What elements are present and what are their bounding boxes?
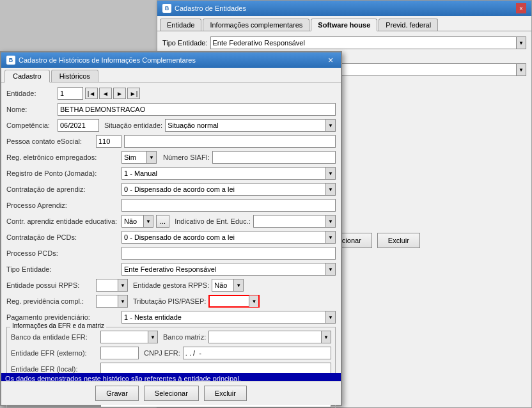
efr-ext-label: Entidade EFR (externo): — [11, 349, 100, 357]
contratacao-pcds-arrow[interactable]: ▼ — [325, 231, 335, 243]
contratacao-aprendiz-label: Contratação de aprendiz: — [6, 185, 121, 193]
contr-aprendiz-select[interactable]: Não ▼ — [121, 215, 153, 228]
banco-efr-select[interactable]: ▼ — [100, 331, 158, 343]
contr-aprendiz-dots-button[interactable]: ... — [156, 215, 169, 228]
reg-prev-row: Reg. previdência compl.: ▼ Tributação PI… — [6, 294, 336, 308]
pagamento-prev-select[interactable]: 1 - Nesta entidade ▼ — [121, 311, 336, 324]
bg-title-bar: B Cadastro de Entidades × — [157, 1, 531, 16]
siafi-input[interactable] — [212, 151, 336, 164]
bg-banco-matriz-arrow[interactable]: ▼ — [516, 64, 526, 75]
main-tab-bar: Cadastro Históricos — [1, 68, 341, 82]
cnpj-efr-label: CNPJ EFR: — [144, 349, 180, 357]
entidade-possui-select[interactable]: ▼ — [96, 279, 128, 292]
contratacao-pcds-label: Contratação de PCDs: — [6, 233, 121, 241]
pagamento-prev-label: Pagamento previdenciário: — [6, 313, 121, 321]
efr-section-label: Informações da EFR e da matriz — [10, 322, 106, 329]
bg-tipo-entidade-arrow[interactable]: ▼ — [516, 37, 526, 49]
processo-aprendiz-input[interactable] — [121, 199, 336, 212]
nav-first-button[interactable]: |◄ — [85, 88, 98, 99]
tab-historicos[interactable]: Históricos — [51, 70, 98, 82]
tab-software-house[interactable]: Software house — [311, 19, 377, 31]
main-window: B Cadastro de Históricos de Informações … — [0, 51, 342, 406]
tributacao-pis-arrow[interactable]: ▼ — [249, 295, 258, 307]
processo-pcds-label: Processo PCDs: — [6, 249, 121, 257]
registro-ponto-label: Registro de Ponto (Jornada): — [6, 169, 121, 177]
reg-prev-arrow[interactable]: ▼ — [118, 295, 127, 307]
banco-efr-row: Banco da entidade EFR: ▼ Banco matriz: ▼ — [11, 330, 331, 344]
main-title-icon: B — [6, 56, 15, 65]
banco-efr-label: Banco da entidade EFR: — [11, 333, 100, 341]
tributacao-pis-label: Tributação PIS/PASEP: — [133, 297, 206, 305]
banco-matriz-arrow[interactable]: ▼ — [321, 331, 331, 343]
entidade-input[interactable] — [58, 87, 83, 100]
banco-efr-arrow[interactable]: ▼ — [148, 331, 157, 343]
nav-bar: |◄ ◄ ► ►| — [85, 88, 140, 99]
bg-tipo-entidade-label: Tipo Entidade: — [162, 39, 208, 47]
tipo-entidade-arrow[interactable]: ▼ — [325, 263, 335, 275]
efr-ext-row: Entidade EFR (externo): CNPJ EFR: — [11, 346, 331, 360]
main-title-bar: B Cadastro de Históricos de Informações … — [1, 52, 341, 68]
tab-entidade[interactable]: Entidade — [160, 19, 201, 31]
situacao-select[interactable]: Situação normal ▼ — [165, 119, 336, 132]
competencia-label: Competência: — [6, 122, 58, 129]
pessoa-input[interactable] — [96, 135, 121, 148]
contratacao-aprendiz-arrow[interactable]: ▼ — [325, 184, 335, 195]
banco-matriz-label: Banco matriz: — [163, 333, 206, 341]
pessoa-name-input[interactable] — [124, 135, 336, 148]
tipo-entidade-select[interactable]: Ente Federativo Responsável ▼ — [121, 263, 336, 276]
entidade-rpps-row: Entidade possui RPPS: ▼ Entidade gestora… — [6, 278, 336, 292]
main-body: Entidade: |◄ ◄ ► ►| Nome: BETHA DEMONSTR… — [1, 82, 341, 408]
contratacao-aprendiz-row: Contratação de aprendiz: 0 - Dispensado … — [6, 182, 336, 196]
siafi-label: Número SIAFI: — [163, 153, 210, 161]
main-excluir-button[interactable]: Excluir — [204, 386, 247, 401]
tributacao-pis-select[interactable]: ▼ — [208, 295, 260, 308]
contr-aprendiz-row: Contr. aprendiz entidade educativa: Não … — [6, 214, 336, 228]
pagamento-prev-arrow[interactable]: ▼ — [325, 311, 335, 323]
nav-prev-button[interactable]: ◄ — [99, 88, 112, 99]
reg-eletronico-row: Reg. eletrônico empregados: Sim ▼ Número… — [6, 150, 336, 164]
entidade-possui-arrow[interactable]: ▼ — [118, 279, 127, 291]
entidade-gestora-bg-arrow[interactable]: ▼ — [233, 279, 243, 291]
contratacao-aprendiz-select[interactable]: 0 - Dispensado de acordo com a lei ▼ — [121, 183, 336, 196]
reg-select[interactable]: Sim ▼ — [121, 151, 157, 164]
efr-ext-input[interactable] — [100, 347, 139, 359]
reg-prev-select[interactable]: ▼ — [96, 295, 128, 308]
tab-cadastro[interactable]: Cadastro — [4, 70, 50, 82]
pessoa-label: Pessoa contato eSocial: — [6, 137, 96, 145]
reg-arrow[interactable]: ▼ — [146, 152, 156, 163]
bg-window-title: Cadastro de Entidades — [175, 4, 246, 12]
main-window-title: Cadastro de Históricos de Informações Co… — [19, 56, 196, 64]
nav-last-button[interactable]: ►| — [127, 88, 140, 99]
indicativo-arrow[interactable]: ▼ — [325, 216, 335, 227]
tipo-entidade-label: Tipo Entidade: — [6, 265, 121, 273]
main-selecionar-button[interactable]: Selecionar — [144, 386, 199, 401]
processo-aprendiz-label: Processo Aprendiz: — [6, 201, 121, 209]
main-gravar-button[interactable]: Gravar — [95, 386, 139, 401]
situacao-arrow[interactable]: ▼ — [325, 120, 335, 131]
contratacao-pcds-row: Contratação de PCDs: 0 - Dispensado de a… — [6, 230, 336, 244]
contr-aprendiz-arrow[interactable]: ▼ — [143, 216, 153, 227]
banco-matriz-select[interactable]: ▼ — [208, 331, 331, 343]
contr-aprendiz-label: Contr. aprendiz entidade educativa: — [6, 217, 121, 225]
indicativo-select[interactable]: ▼ — [253, 215, 336, 228]
processo-pcds-row: Processo PCDs: — [6, 246, 336, 260]
reg-label: Reg. eletrônico empregados: — [6, 153, 121, 161]
entidade-possui-label: Entidade possui RPPS: — [6, 281, 96, 289]
cnpj-efr-input[interactable] — [183, 347, 331, 359]
registro-ponto-select[interactable]: 1 - Manual ▼ — [121, 167, 336, 180]
competencia-input[interactable] — [58, 119, 99, 132]
processo-pcds-input[interactable] — [121, 247, 336, 260]
entidade-gestora-bg-select[interactable]: Não ▼ — [212, 279, 244, 292]
registro-ponto-arrow[interactable]: ▼ — [325, 168, 335, 179]
nav-next-button[interactable]: ► — [113, 88, 126, 99]
main-close-button[interactable]: × — [325, 55, 336, 65]
bg-close-button[interactable]: × — [516, 3, 526, 13]
tab-info-comp[interactable]: Informações complementares — [203, 19, 309, 31]
bg-excluir-button[interactable]: Excluir — [377, 233, 420, 248]
registro-ponto-row: Registro de Ponto (Jornada): 1 - Manual … — [6, 166, 336, 180]
bg-tipo-entidade-select[interactable]: Ente Federativo Responsável ▼ — [210, 36, 526, 49]
pessoa-row: Pessoa contato eSocial: — [6, 134, 336, 148]
contratacao-pcds-select[interactable]: 0 - Dispensado de acordo com a lei ▼ — [121, 231, 336, 244]
nome-input[interactable]: BETHA DEMONSTRACAO — [58, 103, 336, 116]
tab-previd[interactable]: Previd. federal — [379, 19, 438, 31]
